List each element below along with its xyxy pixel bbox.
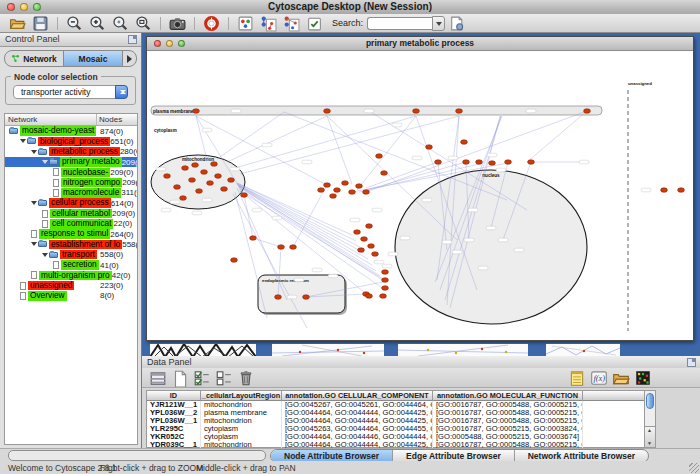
network-node[interactable]: [661, 188, 668, 193]
network-node[interactable]: [382, 270, 389, 275]
more-tabs-arrow-icon[interactable]: [122, 51, 136, 66]
network-node[interactable]: [678, 188, 685, 193]
tree-row-secretion[interactable]: secretion41(0): [5, 260, 137, 270]
column-header-id[interactable]: ID: [147, 391, 201, 401]
network-node[interactable]: [164, 174, 171, 179]
table-row-ykr052c[interactable]: YKR052Ccytoplasm[GO:0044464, GO:0044446,…: [147, 433, 647, 441]
network-node[interactable]: [241, 193, 248, 198]
zoom-in-icon[interactable]: [89, 15, 106, 32]
expand-arrow-icon[interactable]: [31, 150, 37, 157]
save-session-icon[interactable]: [32, 15, 49, 32]
background-window-sliver-4[interactable]: [546, 343, 620, 357]
vizmapper-icon[interactable]: [237, 15, 254, 32]
table-row-ypl036w__2[interactable]: YPL036W__2plasma membrane[GO:0044464, GO…: [147, 409, 647, 417]
search-input[interactable]: [367, 17, 432, 30]
network-node[interactable]: [174, 185, 181, 190]
import-attributes-icon[interactable]: [612, 369, 630, 387]
table-row-ypl036w__1[interactable]: YPL036W__1mitochondrion[GO:0044464, GO:0…: [147, 417, 647, 425]
network-node[interactable]: [324, 183, 331, 188]
network-node[interactable]: [324, 109, 331, 114]
network-node[interactable]: [189, 178, 196, 183]
network-node[interactable]: [489, 161, 496, 166]
table-row-yjr121w__1[interactable]: YJR121W__1mitochondrion[GO:0045267, GO:0…: [147, 401, 647, 409]
network-node[interactable]: [476, 160, 483, 165]
search-config-icon[interactable]: [448, 15, 465, 32]
network-node[interactable]: [192, 163, 199, 168]
network-node[interactable]: [342, 181, 349, 186]
network-node[interactable]: [380, 294, 387, 299]
column-header-annotation-go-cellular-component[interactable]: annotation.GO CELLULAR_COMPONENT: [282, 391, 433, 401]
attribute-table-header[interactable]: ID_cellularLayoutRegionannotation.GO CEL…: [147, 391, 647, 401]
node-color-combobox[interactable]: transporter activity: [13, 85, 128, 99]
network-node[interactable]: [303, 295, 310, 300]
network-node[interactable]: [207, 181, 214, 186]
network-node[interactable]: [349, 190, 356, 195]
apply-layout-1-icon[interactable]: [260, 15, 277, 32]
network-node[interactable]: [354, 230, 361, 235]
select-attributes-icon[interactable]: [193, 369, 211, 387]
zoom-out-icon[interactable]: [66, 15, 83, 32]
network-node[interactable]: [358, 248, 365, 253]
scrollbar-thumb[interactable]: [646, 393, 654, 409]
network-node[interactable]: [180, 196, 187, 201]
scrollbar-arrows[interactable]: [645, 426, 655, 447]
tree-row-overview[interactable]: Overview8(0): [5, 291, 137, 301]
network-node[interactable]: [426, 145, 433, 150]
network-node[interactable]: [456, 109, 463, 114]
network-node[interactable]: [215, 174, 222, 179]
network-node[interactable]: [372, 252, 379, 257]
network-node[interactable]: [334, 188, 341, 193]
network-node[interactable]: [461, 140, 468, 145]
network-node[interactable]: [382, 286, 389, 291]
tree-row-primary-metabo[interactable]: primary metabo209(...: [5, 157, 137, 167]
network-node[interactable]: [381, 171, 388, 176]
network-view-titlebar[interactable]: primary metabolic process: [147, 37, 693, 51]
formula-builder-icon[interactable]: f(x): [590, 369, 608, 387]
expand-arrow-icon[interactable]: [31, 242, 37, 249]
network-node[interactable]: [584, 109, 591, 114]
image-snapshot-icon[interactable]: [169, 15, 186, 32]
tree-row-unassigned[interactable]: unassigned223(0): [5, 280, 137, 290]
tree-row-response-to-stimul[interactable]: response to stimul264(0): [5, 229, 137, 239]
unselect-attributes-icon[interactable]: [215, 369, 233, 387]
column-header--cellularlayoutregion[interactable]: _cellularLayoutRegion: [201, 391, 282, 401]
help-icon[interactable]: [203, 15, 220, 32]
delete-attribute-icon[interactable]: [237, 369, 255, 387]
tree-row-cellular-process[interactable]: cellular process614(0): [5, 198, 137, 208]
attribute-matrix-icon[interactable]: [634, 369, 652, 387]
background-window-sliver-3[interactable]: [398, 343, 528, 357]
table-vertical-scrollbar[interactable]: [644, 390, 656, 448]
network-view-window[interactable]: primary metabolic process plasma membran…: [146, 36, 694, 341]
network-node[interactable]: [368, 244, 375, 249]
filter-icon[interactable]: [306, 15, 323, 32]
network-node[interactable]: [228, 178, 235, 183]
float-panel-icon[interactable]: [687, 358, 696, 367]
background-window-sliver-2[interactable]: [272, 343, 384, 357]
expand-arrow-icon[interactable]: [42, 160, 48, 167]
table-row-ylr295c[interactable]: YLR295Ccytoplasm[GO:0045263, GO:0044464,…: [147, 425, 647, 433]
network-node[interactable]: [356, 184, 363, 189]
network-node[interactable]: [250, 236, 257, 241]
expand-arrow-icon[interactable]: [20, 139, 26, 146]
network-node[interactable]: [376, 154, 383, 159]
expand-arrow-icon[interactable]: [42, 253, 48, 260]
network-node[interactable]: [318, 188, 325, 193]
network-node[interactable]: [278, 245, 285, 250]
expand-arrow-icon[interactable]: [31, 201, 37, 208]
network-node[interactable]: [528, 160, 535, 165]
tree-row-nucleobase-[interactable]: nucleobase-209(0): [5, 167, 137, 177]
float-panel-icon[interactable]: [128, 35, 137, 44]
network-node[interactable]: [201, 170, 208, 175]
network-node[interactable]: [435, 160, 442, 165]
network-node[interactable]: [330, 194, 337, 199]
tree-row-mosaic-demo-yeast[interactable]: mosaic-demo-yeast874(0): [5, 126, 137, 136]
tab-mosaic[interactable]: Mosaic: [63, 51, 122, 66]
network-node[interactable]: [196, 189, 203, 194]
column-header-annotation-go-molecular-function[interactable]: annotation.GO MOLECULAR_FUNCTION: [433, 391, 583, 401]
column-header-filler[interactable]: [583, 391, 649, 401]
zoom-fit-content-icon[interactable]: [135, 15, 152, 32]
open-file-icon[interactable]: [9, 15, 26, 32]
network-node[interactable]: [366, 294, 373, 299]
network-node[interactable]: [182, 166, 189, 171]
network-node[interactable]: [463, 160, 470, 165]
